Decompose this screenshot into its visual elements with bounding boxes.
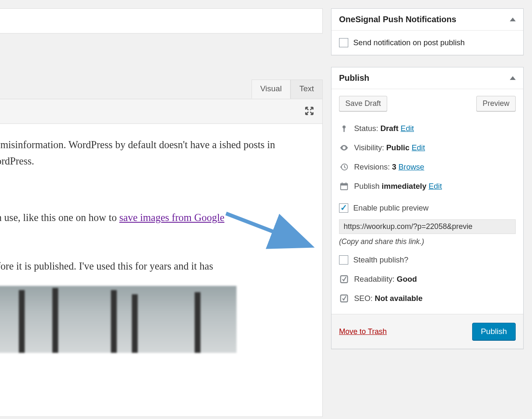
onesignal-metabox: OneSignal Push Notifications Send notifi… xyxy=(331,8,524,55)
public-preview-label: Enable public preview xyxy=(353,203,429,213)
edit-visibility-link[interactable]: Edit xyxy=(411,143,425,152)
stealth-publish-label: Stealth publish? xyxy=(353,255,409,265)
svg-rect-7 xyxy=(342,183,343,185)
history-icon xyxy=(339,162,349,172)
content-paragraph: ny misinformation. WordPress by default … xyxy=(0,136,310,169)
publish-header[interactable]: Publish xyxy=(332,67,523,89)
svg-point-1 xyxy=(342,126,345,129)
collapse-icon xyxy=(510,18,516,21)
fullscreen-icon[interactable] xyxy=(304,105,315,118)
onesignal-title: OneSignal Push Notifications xyxy=(339,15,456,24)
content-paragraph: before it is published. I've used this f… xyxy=(0,258,310,274)
collapse-icon xyxy=(510,76,516,80)
content-link[interactable]: save images from Google xyxy=(119,212,224,223)
copy-hint-text: (Copy and share this link.) xyxy=(339,237,516,246)
svg-rect-6 xyxy=(341,184,348,186)
schedule-label: Publish immediately Edit xyxy=(354,182,442,191)
post-title-input[interactable] xyxy=(0,8,323,33)
publish-metabox: Publish Save Draft Preview Status: Draft… xyxy=(331,67,524,349)
edit-status-link[interactable]: Edit xyxy=(401,124,414,133)
move-to-trash-link[interactable]: Move to Trash xyxy=(339,327,387,336)
yoast-seo-icon xyxy=(339,294,349,303)
pin-icon xyxy=(339,124,349,133)
public-preview-url-input[interactable] xyxy=(339,219,516,234)
eye-icon xyxy=(339,143,349,152)
tab-visual[interactable]: Visual xyxy=(252,80,290,99)
stealth-publish-checkbox[interactable] xyxy=(339,255,348,265)
edit-schedule-link[interactable]: Edit xyxy=(429,182,442,190)
calendar-icon xyxy=(339,182,349,191)
browse-revisions-link[interactable]: Browse xyxy=(398,162,424,171)
svg-rect-2 xyxy=(344,128,345,132)
publish-title: Publish xyxy=(339,73,369,83)
publish-button[interactable]: Publish xyxy=(472,323,516,340)
preview-button[interactable]: Preview xyxy=(476,96,516,111)
public-preview-checkbox[interactable] xyxy=(339,203,348,213)
editor-content[interactable]: ny misinformation. WordPress by default … xyxy=(0,124,323,417)
visibility-label: Visibility: Public Edit xyxy=(354,143,425,152)
send-notification-label: Send notification on post publish xyxy=(353,38,465,47)
content-image xyxy=(0,286,236,353)
send-notification-checkbox[interactable] xyxy=(339,38,348,47)
save-draft-button[interactable]: Save Draft xyxy=(339,96,387,111)
svg-rect-8 xyxy=(346,183,347,185)
editor-tabs: Visual Text xyxy=(0,80,323,99)
revisions-label: Revisions: 3 Browse xyxy=(354,162,424,172)
editor-toolbar xyxy=(0,99,323,124)
content-paragraph: can use, like this one on how to save im… xyxy=(0,209,310,226)
tab-text[interactable]: Text xyxy=(290,80,323,99)
seo-label: SEO: Not available xyxy=(354,294,423,303)
svg-point-3 xyxy=(343,147,345,149)
status-label: Status: Draft Edit xyxy=(354,124,414,133)
readability-label: Readability: Good xyxy=(354,275,417,284)
onesignal-header[interactable]: OneSignal Push Notifications xyxy=(332,9,523,31)
yoast-readability-icon xyxy=(339,275,349,284)
